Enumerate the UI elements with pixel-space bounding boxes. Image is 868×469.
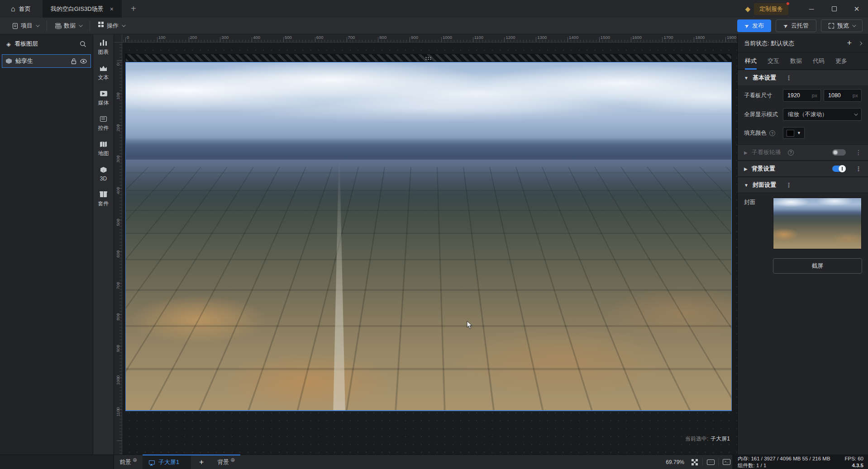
collapse-icon: ▶ bbox=[744, 166, 748, 171]
console-button[interactable]: >_ bbox=[720, 455, 732, 469]
ruler-label: 1500 bbox=[601, 35, 610, 40]
fps-label: FPS: bbox=[844, 455, 856, 462]
ruler-label: 600 bbox=[115, 248, 120, 259]
chevron-right-icon[interactable] bbox=[858, 41, 862, 45]
ruler-label: 100 bbox=[158, 35, 166, 40]
section-menu-icon[interactable]: ⋮ bbox=[855, 165, 862, 172]
add-circle-icon[interactable]: ⊕ bbox=[133, 457, 137, 463]
scene-3d-icon bbox=[6, 58, 12, 64]
inspector-tab-data[interactable]: 数据 bbox=[790, 53, 802, 69]
chevron-down-icon bbox=[854, 112, 858, 115]
section-cover-settings[interactable]: ▼ 封面设置 ⋮ bbox=[738, 177, 868, 193]
toolbox-item-label: 文本 bbox=[98, 74, 109, 81]
menubar-actions: ➤ 发布 ➤ 云托管 预览 bbox=[737, 19, 868, 32]
ruler-label: 1700 bbox=[663, 35, 673, 40]
menu-item-icon bbox=[98, 22, 100, 24]
inspector-tab-more[interactable]: 更多 bbox=[835, 53, 847, 69]
ruler-label: 300 bbox=[115, 154, 120, 165]
search-icon[interactable] bbox=[80, 41, 86, 47]
menu-item-data[interactable]: 数据 bbox=[47, 21, 90, 31]
preview-label: 预览 bbox=[837, 22, 849, 30]
section-menu-icon[interactable]: ⋮ bbox=[786, 181, 792, 189]
canvas-viewport[interactable]: 当前选中:子大屏1 bbox=[122, 43, 737, 455]
tool-text[interactable]: 文本 bbox=[93, 66, 114, 81]
inspector-tab-code[interactable]: 代码 bbox=[813, 53, 825, 69]
subscreen-drag-handle[interactable] bbox=[125, 54, 732, 62]
fit-icon bbox=[692, 459, 698, 465]
width-input[interactable]: 1920 px bbox=[783, 89, 821, 102]
subboard-size-controls: 1920 px 1080 px bbox=[783, 89, 862, 102]
ruler-label: 1800 bbox=[695, 35, 705, 40]
fps-value: 60 bbox=[858, 455, 863, 462]
add-state-button[interactable]: + bbox=[847, 38, 852, 48]
chevron-down-icon bbox=[36, 23, 39, 27]
height-input[interactable]: 1080 px bbox=[824, 89, 862, 102]
memory-label: 内存: bbox=[738, 455, 749, 462]
menu-item-project[interactable]: 项目 bbox=[5, 21, 47, 31]
section-background-settings[interactable]: ▶ 背景设置 ⋮ bbox=[738, 161, 868, 177]
preview-button[interactable]: 预览 bbox=[821, 19, 863, 32]
tab-close-icon[interactable]: × bbox=[110, 5, 114, 13]
help-icon[interactable]: ? bbox=[788, 150, 794, 156]
subboard-size-label: 子看板尺寸 bbox=[744, 92, 783, 99]
current-selection-value: 子大屏1 bbox=[711, 436, 730, 442]
help-icon[interactable]: ? bbox=[769, 130, 775, 136]
toolbox-item-label: 图表 bbox=[98, 48, 109, 56]
fill-color-picker[interactable]: ▼ bbox=[783, 127, 805, 139]
gis-3d-scene[interactable] bbox=[125, 62, 732, 411]
divider bbox=[718, 458, 719, 466]
ruler-label: 900 bbox=[411, 35, 418, 40]
fit-view-button[interactable] bbox=[689, 455, 701, 469]
background-button[interactable]: 背景 ⊕ bbox=[212, 455, 240, 469]
cloud-hosting-button[interactable]: ➤ 云托管 bbox=[776, 19, 816, 32]
section-title: 背景设置 bbox=[752, 165, 775, 173]
close-button[interactable]: ✕ bbox=[845, 0, 868, 18]
window-tab-bar: ⌂ 首页 我的空白GIS3D场景 × + ◆ 定制服务 ─ ✕ bbox=[0, 0, 868, 18]
minimize-button[interactable]: ─ bbox=[800, 0, 823, 18]
current-selection-label: 当前选中: bbox=[685, 436, 708, 442]
section-menu-icon[interactable]: ⋮ bbox=[786, 74, 792, 81]
add-circle-icon[interactable]: ⊕ bbox=[230, 457, 235, 463]
new-tab-button[interactable]: + bbox=[122, 0, 145, 18]
fullscreen-mode-select[interactable]: 缩放（不滚动） bbox=[783, 108, 862, 121]
toolbox-item-icon bbox=[100, 91, 107, 96]
canvas-area[interactable]: 0100200300400500600700800900100011001200… bbox=[114, 34, 738, 455]
publish-button[interactable]: ➤ 发布 bbox=[737, 19, 771, 32]
mouse-cursor bbox=[467, 321, 473, 330]
ruler-label: 400 bbox=[253, 35, 260, 40]
inspector-tab-style[interactable]: 样式 bbox=[745, 53, 757, 69]
foreground-button[interactable]: 前景 ⊕ bbox=[114, 455, 143, 469]
home-button[interactable]: ⌂ 首页 bbox=[0, 0, 43, 18]
home-icon: ⌂ bbox=[11, 5, 15, 13]
eye-icon[interactable] bbox=[80, 59, 87, 64]
shortcut-keys-button[interactable]: ⋯ bbox=[705, 455, 716, 469]
tool-3d[interactable]: 3D bbox=[93, 167, 114, 182]
tool-map[interactable]: 地图 bbox=[93, 142, 114, 157]
menu-item-operate[interactable]: 操作 bbox=[90, 21, 133, 31]
screenshot-button[interactable]: 截屏 bbox=[773, 258, 862, 274]
tool-media[interactable]: 媒体 bbox=[93, 91, 114, 107]
add-subscreen-button[interactable]: + bbox=[191, 455, 212, 469]
section-carousel[interactable]: ▶ 子看板轮播 ? ⋮ bbox=[738, 144, 868, 161]
section-basic-settings[interactable]: ▼ 基本设置 ⋮ bbox=[738, 70, 868, 86]
tool-widgets[interactable]: 控件 bbox=[93, 116, 114, 132]
unlock-icon[interactable] bbox=[71, 58, 76, 64]
ruler-corner bbox=[114, 34, 122, 43]
inspector-panel: 当前状态: 默认状态 + 样式 交互 数据 代码 更多 ▼ 基本设置 bbox=[738, 34, 868, 455]
tool-kits[interactable]: 套件 bbox=[93, 191, 114, 208]
carousel-toggle[interactable] bbox=[832, 149, 846, 156]
scene-tab[interactable]: 我的空白GIS3D场景 × bbox=[43, 0, 122, 18]
section-menu-icon[interactable]: ⋮ bbox=[855, 149, 862, 156]
components-label: 组件数: bbox=[738, 462, 755, 469]
ruler-label: 100 bbox=[115, 90, 120, 101]
collapse-icon: ▼ bbox=[744, 183, 749, 188]
restore-button[interactable] bbox=[823, 0, 845, 18]
background-toggle[interactable] bbox=[832, 166, 846, 172]
zoom-level[interactable]: 69.79% bbox=[661, 455, 689, 469]
subscreen-tab[interactable]: 子大屏1 bbox=[143, 455, 191, 469]
inspector-tab-interaction[interactable]: 交互 bbox=[768, 53, 779, 69]
collapse-icon: ▼ bbox=[744, 76, 749, 81]
tool-charts[interactable]: 图表 bbox=[93, 40, 114, 56]
layer-item-jingtwin[interactable]: 鲸孪生 bbox=[2, 54, 91, 68]
custom-service-button[interactable]: 定制服务 bbox=[754, 3, 788, 15]
